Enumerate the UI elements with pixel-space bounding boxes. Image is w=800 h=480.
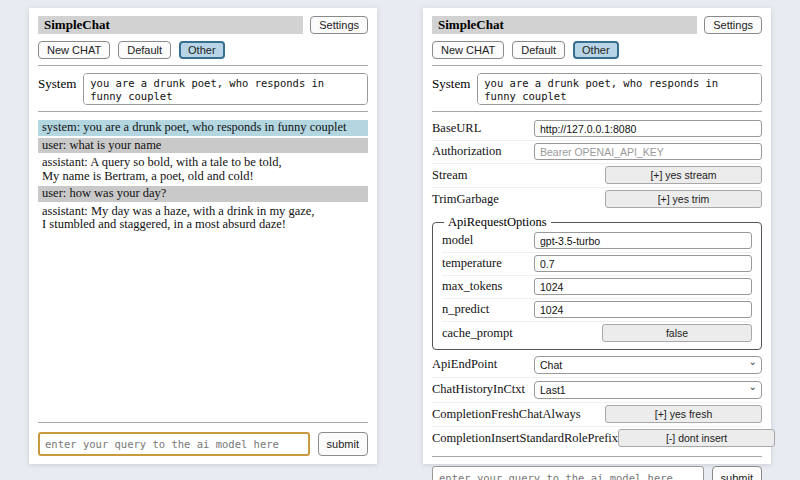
setting-row-baseurl: BaseURL: [432, 118, 762, 141]
cache-prompt-label: cache_prompt: [442, 326, 513, 341]
setting-row-chat-history: ChatHistoryInCtxt Last1 ⌄: [432, 378, 762, 403]
setting-row-completion-fresh: CompletionFreshChatAlways [+] yes fresh: [432, 403, 762, 427]
app-title: SimpleChat: [432, 16, 697, 34]
n-predict-label: n_predict: [442, 302, 489, 317]
baseurl-label: BaseURL: [432, 121, 481, 136]
authorization-input[interactable]: [534, 143, 762, 160]
completion-insert-label: CompletionInsertStandardRolePrefix: [432, 431, 618, 446]
settings-list: BaseURL Authorization Stream [+] yes str…: [432, 118, 762, 450]
tab-other[interactable]: Other: [573, 41, 619, 59]
authorization-label: Authorization: [432, 144, 501, 159]
query-input[interactable]: [38, 432, 310, 456]
setting-row-n-predict: n_predict: [442, 299, 752, 322]
completion-insert-toggle-button[interactable]: [-] dont insert: [618, 429, 775, 447]
divider: [38, 422, 368, 423]
tab-default[interactable]: Default: [512, 41, 565, 59]
setting-row-api-endpoint: ApiEndPoint Chat ⌄: [432, 353, 762, 378]
chat-panel: SimpleChat Settings New CHAT Default Oth…: [29, 8, 377, 464]
temperature-input[interactable]: [534, 255, 752, 272]
query-input[interactable]: [432, 466, 704, 480]
trimgarbage-toggle-button[interactable]: [+] yes trim: [605, 190, 762, 208]
titlebar-row: SimpleChat Settings: [432, 16, 762, 34]
api-endpoint-label: ApiEndPoint: [432, 357, 497, 372]
chat-session-tabs: New CHAT Default Other: [38, 41, 368, 59]
settings-button[interactable]: Settings: [704, 16, 762, 34]
chat-history-select[interactable]: Last1: [534, 381, 762, 399]
app-title: SimpleChat: [38, 16, 303, 34]
tab-other[interactable]: Other: [179, 41, 225, 59]
chat-message-list: system: you are a drunk poet, who respon…: [38, 118, 368, 416]
model-input[interactable]: [534, 232, 752, 249]
api-request-options-legend: ApiRequestOptions: [444, 215, 551, 230]
divider: [432, 65, 762, 66]
system-prompt-row: System you are a drunk poet, who respond…: [38, 73, 368, 105]
setting-row-authorization: Authorization: [432, 141, 762, 164]
chat-message-assistant: assistant: A query so bold, with a tale …: [38, 155, 368, 184]
chat-message-user: user: how was your day?: [38, 186, 368, 202]
n-predict-input[interactable]: [534, 301, 752, 318]
baseurl-input[interactable]: [534, 120, 762, 137]
chat-message-user: user: what is your name: [38, 138, 368, 154]
setting-row-trimgarbage: TrimGarbage [+] yes trim: [432, 188, 762, 211]
chat-history-label: ChatHistoryInCtxt: [432, 382, 525, 397]
chat-message-assistant: assistant: My day was a haze, with a dri…: [38, 204, 368, 233]
cache-prompt-toggle-button[interactable]: false: [602, 324, 752, 342]
titlebar-row: SimpleChat Settings: [38, 16, 368, 34]
system-label: System: [38, 73, 76, 105]
trimgarbage-label: TrimGarbage: [432, 192, 499, 207]
submit-button[interactable]: submit: [318, 432, 368, 456]
new-chat-button[interactable]: New CHAT: [432, 41, 504, 59]
new-chat-button[interactable]: New CHAT: [38, 41, 110, 59]
setting-row-cache-prompt: cache_prompt false: [442, 322, 752, 345]
chat-message-system: system: you are a drunk poet, who respon…: [38, 120, 368, 136]
model-label: model: [442, 233, 473, 248]
setting-row-max-tokens: max_tokens: [442, 276, 752, 299]
max-tokens-input[interactable]: [534, 278, 752, 295]
divider: [432, 111, 762, 112]
system-prompt-input[interactable]: you are a drunk poet, who responds in fu…: [83, 73, 368, 105]
completion-fresh-toggle-button[interactable]: [+] yes fresh: [605, 405, 762, 423]
setting-row-temperature: temperature: [442, 253, 752, 276]
setting-row-completion-insert: CompletionInsertStandardRolePrefix [-] d…: [432, 427, 762, 450]
divider: [38, 111, 368, 112]
query-row: submit: [432, 466, 762, 480]
stream-label: Stream: [432, 168, 467, 183]
tab-default[interactable]: Default: [118, 41, 171, 59]
system-label: System: [432, 73, 470, 105]
system-prompt-row: System you are a drunk poet, who respond…: [432, 73, 762, 105]
settings-button[interactable]: Settings: [310, 16, 368, 34]
divider: [432, 456, 762, 457]
query-row: submit: [38, 432, 368, 456]
stream-toggle-button[interactable]: [+] yes stream: [605, 166, 762, 184]
setting-row-model: model: [442, 230, 752, 253]
system-prompt-input[interactable]: you are a drunk poet, who responds in fu…: [477, 73, 762, 105]
chat-session-tabs: New CHAT Default Other: [432, 41, 762, 59]
api-endpoint-select[interactable]: Chat: [534, 356, 762, 374]
temperature-label: temperature: [442, 256, 502, 271]
max-tokens-label: max_tokens: [442, 279, 502, 294]
submit-button[interactable]: submit: [712, 466, 762, 480]
divider: [38, 65, 368, 66]
setting-row-stream: Stream [+] yes stream: [432, 164, 762, 188]
completion-fresh-label: CompletionFreshChatAlways: [432, 407, 581, 422]
api-request-options-fieldset: ApiRequestOptions model temperature max_…: [432, 215, 762, 350]
settings-panel: SimpleChat Settings New CHAT Default Oth…: [423, 8, 771, 464]
